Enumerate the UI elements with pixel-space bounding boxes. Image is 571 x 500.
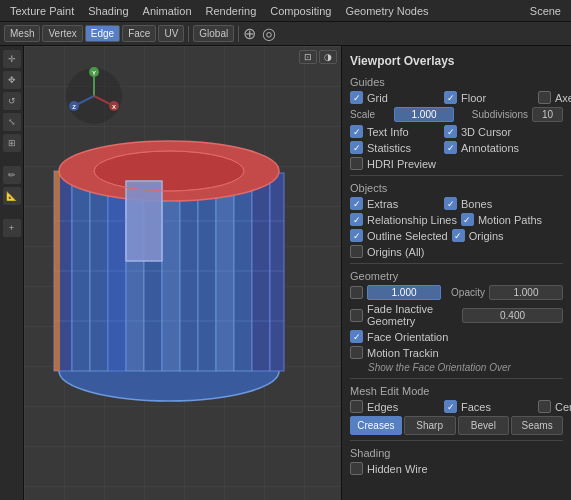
fade-checkbox[interactable] [350, 309, 363, 322]
fade-row: Fade Inactive Geometry [350, 303, 563, 327]
scale-input[interactable] [394, 107, 454, 122]
viewport-overlay-btn[interactable]: ⊡ [299, 50, 317, 64]
faces-checkbox[interactable] [444, 400, 457, 413]
menu-rendering[interactable]: Rendering [200, 3, 263, 19]
floor-label: Floor [461, 92, 486, 104]
main-area: ✛ ✥ ↺ ⤡ ⊞ ✏ 📐 + [0, 46, 571, 500]
3d-cursor-label: 3D Cursor [461, 126, 511, 138]
wireframe-checkbox[interactable] [350, 286, 363, 299]
axes-checkbox-item: Axes [538, 91, 571, 104]
floor-checkbox[interactable] [444, 91, 457, 104]
vertex-btn[interactable]: Vertex [42, 25, 82, 42]
viewport-shading-btn[interactable]: ◑ [319, 50, 337, 64]
menu-geometry-nodes[interactable]: Geometry Nodes [339, 3, 434, 19]
snap-icon[interactable]: ⊕ [243, 24, 256, 43]
add-icon[interactable]: + [3, 219, 21, 237]
grid-label: Grid [367, 92, 388, 104]
face-btn[interactable]: Face [122, 25, 156, 42]
menu-shading[interactable]: Shading [82, 3, 134, 19]
text-info-label: Text Info [367, 126, 409, 138]
cursor-icon[interactable]: ✛ [3, 50, 21, 68]
scale-icon[interactable]: ⤡ [3, 113, 21, 131]
svg-text:Y: Y [92, 70, 96, 76]
scene-label[interactable]: Scene [524, 3, 567, 19]
statistics-item: Statistics [350, 141, 440, 154]
3d-cursor-checkbox[interactable] [444, 125, 457, 138]
relationship-lines-label: Relationship Lines [367, 214, 457, 226]
hdri-checkbox[interactable] [350, 157, 363, 170]
menu-animation[interactable]: Animation [137, 3, 198, 19]
floor-checkbox-item: Floor [444, 91, 534, 104]
menu-compositing[interactable]: Compositing [264, 3, 337, 19]
objects-row4: Origins (All) [350, 245, 563, 258]
svg-rect-3 [72, 169, 90, 371]
divider-3 [350, 378, 563, 379]
svg-rect-14 [270, 173, 284, 371]
objects-row1: Extras Bones [350, 197, 563, 210]
rotate-icon[interactable]: ↺ [3, 92, 21, 110]
grid-checkbox-item: Grid [350, 91, 440, 104]
face-orientation-label: Face Orientation [367, 331, 448, 343]
text-info-checkbox[interactable] [350, 125, 363, 138]
hidden-wire-checkbox[interactable] [350, 462, 363, 475]
origins-all-item: Origins (All) [350, 245, 440, 258]
bevel-btn[interactable]: Bevel [458, 416, 510, 435]
guides-row1: Grid Floor Axes X Y Z [350, 91, 563, 104]
annotations-checkbox[interactable] [444, 141, 457, 154]
axes-checkbox[interactable] [538, 91, 551, 104]
statistics-checkbox[interactable] [350, 141, 363, 154]
center-label: Center [555, 401, 571, 413]
panel-title: Viewport Overlays [350, 54, 563, 68]
outline-selected-checkbox[interactable] [350, 229, 363, 242]
svg-text:Z: Z [72, 104, 76, 110]
creases-btn[interactable]: Creases [350, 416, 402, 435]
center-item: Center [538, 400, 571, 413]
sharp-btn[interactable]: Sharp [404, 416, 456, 435]
fade-input[interactable] [462, 308, 563, 323]
annotate-icon[interactable]: ✏ [3, 166, 21, 184]
measure-icon[interactable]: 📐 [3, 187, 21, 205]
wireframe-row: Opacity [350, 285, 563, 300]
divider-4 [350, 440, 563, 441]
motion-trackin-label: Motion Trackin [367, 347, 439, 359]
transform-icon[interactable]: ⊞ [3, 134, 21, 152]
extras-checkbox[interactable] [350, 197, 363, 210]
left-panel: ✛ ✥ ↺ ⤡ ⊞ ✏ 📐 + [0, 46, 24, 500]
motion-paths-item: Motion Paths [461, 213, 551, 226]
faces-item: Faces [444, 400, 534, 413]
bones-checkbox[interactable] [444, 197, 457, 210]
svg-text:X: X [112, 104, 116, 110]
opacity-input[interactable] [489, 285, 563, 300]
origins-checkbox[interactable] [452, 229, 465, 242]
edge-btn[interactable]: Edge [85, 25, 120, 42]
center-checkbox[interactable] [538, 400, 551, 413]
mesh-btn[interactable]: Mesh [4, 25, 40, 42]
wireframe-input[interactable] [367, 285, 441, 300]
subdivisions-input[interactable] [532, 107, 563, 122]
uv-btn[interactable]: UV [158, 25, 184, 42]
viewport[interactable]: Y X Z ⊡ ◑ [24, 46, 341, 500]
relationship-lines-checkbox[interactable] [350, 213, 363, 226]
text-info-item: Text Info [350, 125, 440, 138]
annotations-item: Annotations [444, 141, 534, 154]
motion-trackin-checkbox[interactable] [350, 346, 363, 359]
hdri-row: HDRI Preview [350, 157, 563, 170]
overlay-panel: Viewport Overlays Guides Grid Floor Axes… [341, 46, 571, 500]
axis-gizmo: Y X Z [64, 66, 124, 126]
mesh-edit-buttons: Creases Sharp Bevel Seams [350, 416, 563, 435]
proportional-icon[interactable]: ◎ [262, 24, 276, 43]
outline-selected-label: Outline Selected [367, 230, 448, 242]
scale-row: Scale Subdivisions [350, 107, 563, 122]
3d-cursor-item: 3D Cursor [444, 125, 534, 138]
seams-btn[interactable]: Seams [511, 416, 563, 435]
transform-btn[interactable]: Global [193, 25, 234, 42]
origins-all-checkbox[interactable] [350, 245, 363, 258]
edges-checkbox[interactable] [350, 400, 363, 413]
move-icon[interactable]: ✥ [3, 71, 21, 89]
motion-paths-checkbox[interactable] [461, 213, 474, 226]
viewport-corner-controls: ⊡ ◑ [299, 50, 337, 64]
menu-texture-paint[interactable]: Texture Paint [4, 3, 80, 19]
grid-checkbox[interactable] [350, 91, 363, 104]
faces-label: Faces [461, 401, 491, 413]
face-orientation-checkbox[interactable] [350, 330, 363, 343]
